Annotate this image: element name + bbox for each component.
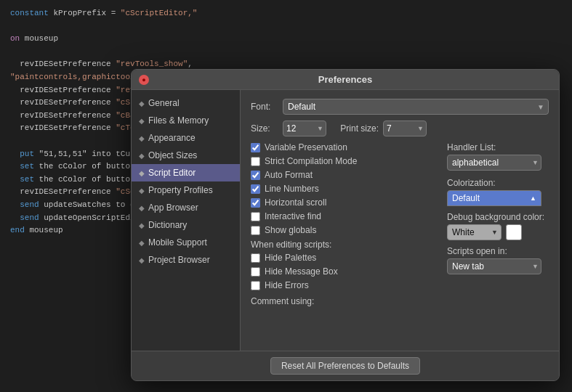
sidebar-item-label: General — [148, 98, 180, 108]
size-row: Size: 12 ▼ Print size: 7 ▼ — [251, 121, 549, 136]
handler-list-select[interactable]: alphabetical — [447, 155, 541, 171]
checkbox-horizontal-scroll: Horizontal scroll — [251, 197, 438, 208]
colorization-selected[interactable]: Default ▲ — [447, 190, 541, 206]
font-row: Font: Default ▼ — [251, 99, 549, 115]
sidebar: ◆ General ◆ Files & Memory ◆ Appearance … — [132, 90, 241, 351]
modal-body: ◆ General ◆ Files & Memory ◆ Appearance … — [132, 90, 559, 351]
comment-using-label: Comment using: — [251, 296, 438, 306]
colorization-selected-value: Default — [452, 193, 480, 203]
checkbox-hide-message-box: Hide Message Box — [251, 266, 438, 277]
hide-message-box-label: Hide Message Box — [265, 266, 338, 277]
strict-compilation-label: Strict Compilation Mode — [265, 156, 357, 166]
debug-bg-row: White ▼ — [447, 224, 549, 240]
bullet-icon: ◆ — [139, 99, 145, 107]
sidebar-item-appearance[interactable]: ◆ Appearance — [132, 129, 240, 147]
variable-preservation-checkbox[interactable] — [251, 143, 260, 152]
variable-preservation-label: Variable Preservation — [265, 142, 347, 152]
hide-message-box-checkbox[interactable] — [251, 267, 260, 277]
left-checkboxes: Variable Preservation Strict Compilation… — [251, 142, 438, 309]
modal-title-bar: ● Preferences — [132, 70, 559, 90]
strict-compilation-checkbox[interactable] — [251, 157, 260, 166]
hide-errors-checkbox[interactable] — [251, 281, 260, 290]
content-area: Font: Default ▼ Size: 12 ▼ Print size: — [241, 90, 559, 351]
debug-bg-select[interactable]: White — [447, 224, 501, 240]
font-label: Font: — [251, 102, 278, 112]
horizontal-scroll-label: Horizontal scroll — [265, 197, 326, 208]
bullet-icon: ◆ — [139, 169, 145, 177]
print-size-select[interactable]: 7 — [383, 121, 427, 136]
checkbox-line-numbers: Line Numbers — [251, 184, 438, 194]
auto-format-checkbox[interactable] — [251, 171, 260, 180]
colorization-label: Colorization: — [447, 178, 549, 188]
sidebar-item-label: Dictionary — [148, 220, 187, 230]
scripts-open-select[interactable]: New tab — [447, 258, 541, 274]
size-label: Size: — [251, 123, 278, 134]
line-numbers-checkbox[interactable] — [251, 184, 260, 194]
preferences-modal: ● Preferences ◆ General ◆ Files & Memory… — [131, 69, 560, 381]
sidebar-item-label: Script Editor — [148, 168, 196, 178]
bullet-icon: ◆ — [139, 256, 145, 264]
show-globals-checkbox[interactable] — [251, 226, 260, 235]
checkbox-hide-errors: Hide Errors — [251, 280, 438, 290]
sidebar-item-mobile-support[interactable]: ◆ Mobile Support — [132, 234, 240, 251]
hide-errors-label: Hide Errors — [265, 280, 309, 290]
white-select-wrapper: White ▼ — [447, 224, 501, 240]
sidebar-item-label: Mobile Support — [148, 237, 207, 248]
modal-footer: Reset All Preferences to Defaults — [132, 351, 559, 380]
checkbox-hide-palettes: Hide Palettes — [251, 253, 438, 263]
handler-list-wrapper: alphabetical ▼ — [447, 155, 541, 171]
bullet-icon: ◆ — [139, 221, 145, 229]
line-numbers-label: Line Numbers — [265, 184, 319, 194]
modal-title: Preferences — [318, 74, 372, 85]
bullet-icon: ◆ — [139, 134, 145, 142]
sidebar-item-label: Object Sizes — [148, 150, 197, 160]
print-size-label: Print size: — [331, 123, 379, 134]
checkbox-interactive-find: Interactive find — [251, 211, 438, 221]
sidebar-item-object-sizes[interactable]: ◆ Object Sizes — [132, 147, 240, 164]
right-panel: Handler List: alphabetical ▼ Colorizatio… — [447, 142, 549, 309]
two-col-layout: Variable Preservation Strict Compilation… — [251, 142, 549, 309]
handler-list-label: Handler List: — [447, 142, 549, 152]
colorization-dropdown-container: Default ▲ Default Revolution classic Dar… — [447, 190, 541, 206]
when-editing-label: When editing scripts: — [251, 240, 438, 250]
sidebar-item-project-browser[interactable]: ◆ Project Browser — [132, 251, 240, 269]
auto-format-label: Auto Format — [265, 170, 313, 180]
show-globals-label: Show globals — [265, 225, 316, 235]
bullet-icon: ◆ — [139, 239, 145, 247]
sidebar-item-label: Files & Memory — [148, 115, 209, 126]
horizontal-scroll-checkbox[interactable] — [251, 198, 260, 208]
sidebar-item-general[interactable]: ◆ General — [132, 94, 240, 112]
checkbox-auto-format: Auto Format — [251, 170, 438, 180]
bullet-icon: ◆ — [139, 204, 145, 212]
hide-palettes-label: Hide Palettes — [265, 253, 316, 263]
sidebar-item-script-editor[interactable]: ◆ Script Editor — [132, 164, 240, 181]
font-select-wrapper: Default ▼ — [283, 99, 549, 115]
interactive-find-checkbox[interactable] — [251, 212, 260, 221]
debug-bg-color-swatch[interactable] — [506, 224, 522, 240]
hide-palettes-checkbox[interactable] — [251, 253, 260, 263]
bullet-icon: ◆ — [139, 117, 145, 125]
size-select[interactable]: 12 — [283, 121, 326, 136]
chevron-up-icon: ▲ — [530, 195, 536, 202]
close-button[interactable]: ● — [139, 75, 149, 85]
scripts-open-label: Scripts open in: — [447, 246, 549, 256]
size-select-wrapper: 12 ▼ — [283, 121, 326, 136]
print-size-select-wrapper: 7 ▼ — [383, 121, 427, 136]
reset-preferences-button[interactable]: Reset All Preferences to Defaults — [270, 357, 420, 375]
sidebar-item-app-browser[interactable]: ◆ App Browser — [132, 199, 240, 216]
bullet-icon: ◆ — [139, 152, 145, 160]
sidebar-item-files-memory[interactable]: ◆ Files & Memory — [132, 112, 240, 129]
checkbox-strict-compilation: Strict Compilation Mode — [251, 156, 438, 166]
interactive-find-label: Interactive find — [265, 211, 321, 221]
sidebar-item-property-profiles[interactable]: ◆ Property Profiles — [132, 181, 240, 199]
sidebar-item-label: Project Browser — [148, 255, 210, 265]
sidebar-item-dictionary[interactable]: ◆ Dictionary — [132, 216, 240, 234]
debug-bg-label: Debug background color: — [447, 212, 549, 222]
checkbox-show-globals: Show globals — [251, 225, 438, 235]
sidebar-item-label: Property Profiles — [148, 185, 213, 195]
sidebar-item-label: Appearance — [148, 133, 196, 143]
scripts-open-wrapper: New tab ▼ — [447, 258, 541, 274]
font-select[interactable]: Default — [283, 99, 549, 115]
checkbox-var-preservation: Variable Preservation — [251, 142, 438, 152]
bullet-icon: ◆ — [139, 187, 145, 195]
